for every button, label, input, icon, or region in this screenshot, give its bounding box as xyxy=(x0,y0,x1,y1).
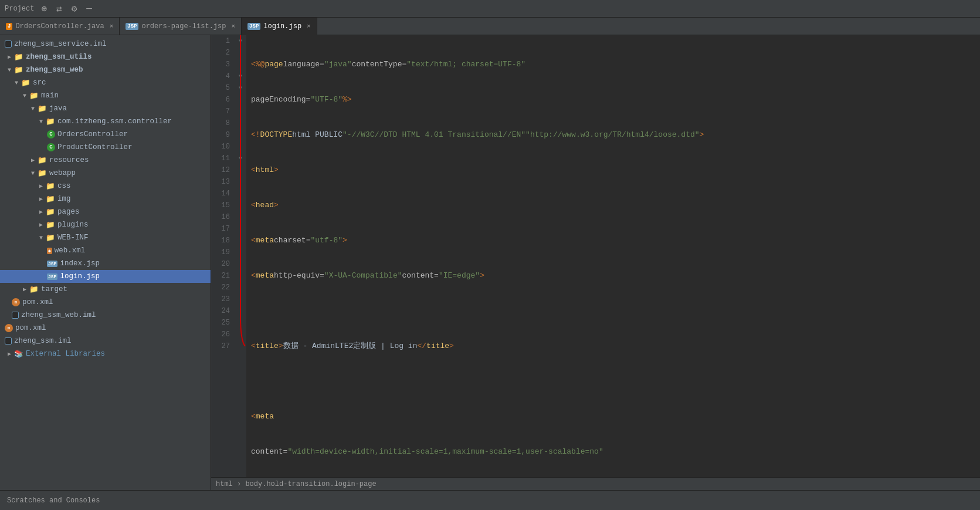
code-line-1: <%@ page language="java" contentType="te… xyxy=(251,59,975,70)
scratches-bar[interactable]: Scratches and Consoles xyxy=(0,490,980,510)
code-line-9: <title>数据 - AdminLTE2定制版 | Log in</title… xyxy=(251,340,975,352)
tree-item-ssm-web-iml[interactable]: zheng_ssm_web.iml xyxy=(0,309,211,322)
fold-1[interactable]: ▼ xyxy=(235,35,246,47)
tab-login-jsp-label: login.jsp xyxy=(263,22,301,31)
editor-content[interactable]: 12345 678910 1112131415 1617181920 21222… xyxy=(211,35,980,477)
folder-icon: 📁 xyxy=(38,104,47,113)
jsp-icon-active: JSP xyxy=(247,23,260,30)
toolbar-minimize-btn[interactable]: — xyxy=(84,2,94,15)
folder-icon: 📁 xyxy=(29,91,39,100)
external-lib-icon: 📚 xyxy=(14,349,23,359)
tab-bar: J OrdersController.java × JSP orders-pag… xyxy=(0,18,980,35)
toolbar: Project ⊕ ⇄ ⚙ — xyxy=(0,0,980,18)
iml-file-icon xyxy=(12,312,19,319)
folder-icon: 📁 xyxy=(14,52,23,62)
tree-item-controller-pkg[interactable]: ▼ 📁 com.itzheng.ssm.controller xyxy=(0,115,211,128)
tree-item-index-jsp[interactable]: JSP index.jsp xyxy=(0,257,211,270)
toolbar-sync-btn[interactable]: ⇄ xyxy=(54,2,65,16)
fold-2 xyxy=(235,47,246,59)
arrow-icon: ▶ xyxy=(20,286,29,293)
arrow-icon: ▼ xyxy=(5,67,14,73)
xml-icon: ✱ xyxy=(47,248,52,254)
code-editor[interactable]: <%@ page language="java" contentType="te… xyxy=(246,35,980,477)
tree-item-java[interactable]: ▼ 📁 java xyxy=(0,102,211,115)
folder-icon: 📁 xyxy=(46,194,55,204)
tab-orders-page-list-close[interactable]: × xyxy=(231,23,235,30)
code-line-4: <html> xyxy=(251,164,975,176)
tree-item-product-controller[interactable]: C ProductController xyxy=(0,141,211,154)
tree-item-plugins[interactable]: ▶ 📁 plugins xyxy=(0,218,211,231)
code-line-11: <meta xyxy=(251,411,975,423)
folder-icon: 📁 xyxy=(14,65,23,75)
arrow-icon: ▼ xyxy=(36,235,46,241)
arrow-icon: ▶ xyxy=(36,221,46,228)
arrow-icon: ▼ xyxy=(12,80,21,86)
tree-item-ssm-iml[interactable]: zheng_ssm.iml xyxy=(0,335,211,347)
fold-5[interactable]: ▼ xyxy=(235,82,246,94)
folder-icon: 📁 xyxy=(46,117,55,126)
arrow-icon: ▼ xyxy=(20,93,29,99)
tree-item-web-xml[interactable]: ✱ web.xml xyxy=(0,244,211,257)
tree-item-orders-controller[interactable]: C OrdersController xyxy=(0,128,211,141)
fold-7 xyxy=(235,106,246,117)
arrow-icon: ▼ xyxy=(28,170,38,177)
tree-item-img[interactable]: ▶ 📁 img xyxy=(0,192,211,205)
tree-item-css[interactable]: ▶ 📁 css xyxy=(0,180,211,192)
breadcrumb: html › body.hold-transition.login-page xyxy=(216,480,377,488)
pom-root-icon: m xyxy=(5,324,13,332)
jsp-file-icon-selected: JSP xyxy=(47,273,57,280)
tree-item-ssm-service-iml[interactable]: zheng_ssm_service.iml xyxy=(0,38,211,50)
tree-item-pom-web[interactable]: m pom.xml xyxy=(0,296,211,309)
tree-item-webinf[interactable]: ▼ 📁 WEB-INF xyxy=(0,231,211,244)
tree-item-ssm-utils[interactable]: ▶ 📁 zheng_ssm_utils xyxy=(0,50,211,63)
folder-icon: 📁 xyxy=(46,233,55,242)
tree-item-pages[interactable]: ▶ 📁 pages xyxy=(0,205,211,218)
tab-orders-controller-close[interactable]: × xyxy=(110,23,114,30)
fold-4[interactable]: ▼ xyxy=(235,70,246,82)
arrow-icon: ▶ xyxy=(36,183,46,190)
folder-icon: 📁 xyxy=(46,207,55,217)
tab-login-jsp[interactable]: JSP login.jsp × xyxy=(242,18,317,35)
code-line-5: <head> xyxy=(251,200,975,211)
code-line-6: <meta charset="utf-8"> xyxy=(251,235,975,246)
code-line-3: <!DOCTYPE html PUBLIC "-//W3C//DTD HTML … xyxy=(251,129,975,141)
arrow-icon: ▼ xyxy=(28,106,38,112)
fold-10 xyxy=(235,141,246,153)
java-icon: J xyxy=(6,23,12,30)
arrow-icon: ▼ xyxy=(36,119,46,125)
fold-11[interactable]: ▼ xyxy=(235,153,246,164)
tab-orders-page-list-label: orders-page-list.jsp xyxy=(141,22,226,31)
tab-orders-controller[interactable]: J OrdersController.java × xyxy=(0,18,120,35)
tree-item-src[interactable]: ▼ 📁 src xyxy=(0,76,211,89)
editor-area: 12345 678910 1112131415 1617181920 21222… xyxy=(211,35,980,490)
tree-item-target[interactable]: ▶ 📁 target xyxy=(0,283,211,296)
code-line-12: content="width=device-width,initial-scal… xyxy=(251,446,975,458)
fold-3 xyxy=(235,59,246,70)
java-class-icon: C xyxy=(47,130,55,139)
folder-icon: 📁 xyxy=(21,78,30,87)
tree-item-login-jsp[interactable]: JSP login.jsp xyxy=(0,270,211,283)
arrow-icon: ▶ xyxy=(36,208,46,215)
jsp-icon: JSP xyxy=(126,23,138,30)
folder-icon: 📁 xyxy=(46,220,55,229)
java-class-icon: C xyxy=(47,143,55,151)
toolbar-settings-btn[interactable]: ⚙ xyxy=(69,2,80,16)
fold-8 xyxy=(235,117,246,129)
tree-item-resources[interactable]: ▶ 📁 resources xyxy=(0,154,211,167)
folder-icon: 📁 xyxy=(38,156,47,165)
code-line-8 xyxy=(251,305,975,317)
pom-icon: m xyxy=(12,298,20,306)
tree-item-external-libraries[interactable]: ▶ 📚 External Libraries xyxy=(0,347,211,360)
toolbar-label: Project xyxy=(5,5,34,13)
iml-icon xyxy=(5,40,12,48)
arrow-icon: ▶ xyxy=(5,350,14,357)
tree-item-main[interactable]: ▼ 📁 main xyxy=(0,89,211,102)
tab-login-jsp-close[interactable]: × xyxy=(307,23,311,30)
iml-root-icon xyxy=(5,337,12,344)
tree-item-webapp[interactable]: ▼ 📁 webapp xyxy=(0,167,211,180)
tree-item-ssm-web[interactable]: ▼ 📁 zheng_ssm_web xyxy=(0,63,211,76)
toolbar-add-btn[interactable]: ⊕ xyxy=(39,2,49,16)
tree-item-pom-root[interactable]: m pom.xml xyxy=(0,322,211,335)
code-line-7: <meta http-equiv="X-UA-Compatible" conte… xyxy=(251,270,975,282)
tab-orders-page-list[interactable]: JSP orders-page-list.jsp × xyxy=(120,18,242,35)
